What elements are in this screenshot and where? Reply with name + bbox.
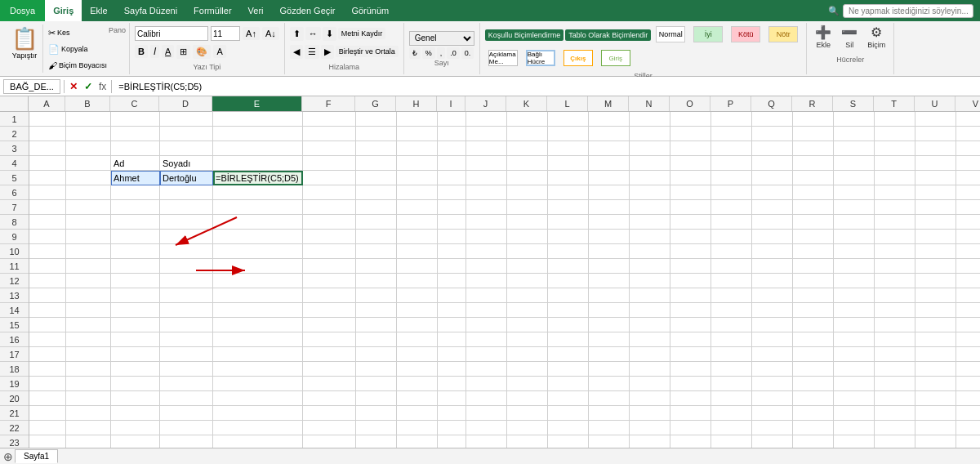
cell-j19[interactable] [466, 377, 507, 391]
cell-b11[interactable] [66, 259, 111, 274]
cell-i12[interactable] [438, 274, 466, 288]
cell-l16[interactable] [548, 332, 589, 347]
cell-o18[interactable] [670, 362, 711, 377]
cell-v14[interactable] [956, 303, 980, 318]
cell-r21[interactable] [793, 406, 834, 421]
cell-g11[interactable] [356, 259, 397, 274]
cell-v10[interactable] [956, 244, 980, 259]
cell-k1[interactable] [507, 112, 548, 127]
cell-s17[interactable] [834, 347, 875, 362]
cell-l18[interactable] [548, 362, 589, 377]
cell-c12[interactable] [111, 274, 160, 288]
cell-m5[interactable] [589, 171, 630, 185]
cell-g2[interactable] [356, 127, 397, 141]
cell-m15[interactable] [589, 318, 630, 332]
tab-veri[interactable]: Veri [240, 0, 272, 21]
cell-s6[interactable] [834, 185, 875, 200]
cell-v7[interactable] [956, 200, 980, 215]
cell-h11[interactable] [397, 259, 438, 274]
cell-d21[interactable] [160, 406, 213, 421]
cell-h8[interactable] [397, 215, 438, 230]
align-bottom-button[interactable]: ⬇ [323, 27, 336, 41]
cell-o21[interactable] [670, 406, 711, 421]
cell-b1[interactable] [66, 112, 111, 127]
kopya-button[interactable]: 📄 Kopyala [47, 43, 109, 56]
cell-c18[interactable] [111, 362, 160, 377]
align-middle-button[interactable]: ↔ [305, 27, 321, 40]
cell-b13[interactable] [66, 288, 111, 303]
cell-p5[interactable] [711, 171, 752, 185]
cell-q8[interactable] [752, 215, 793, 230]
cell-p10[interactable] [711, 244, 752, 259]
cell-j8[interactable] [466, 215, 507, 230]
cell-u14[interactable] [915, 303, 956, 318]
cell-h18[interactable] [397, 362, 438, 377]
cell-d18[interactable] [160, 362, 213, 377]
cell-g9[interactable] [356, 230, 397, 244]
cell-a18[interactable] [29, 362, 66, 377]
cell-r23[interactable] [793, 435, 834, 448]
cell-o23[interactable] [670, 435, 711, 448]
cell-r14[interactable] [793, 303, 834, 318]
cell-m12[interactable] [589, 274, 630, 288]
cell-v18[interactable] [956, 362, 980, 377]
cell-f9[interactable] [303, 230, 356, 244]
cell-g4[interactable] [356, 156, 397, 171]
cell-b16[interactable] [66, 332, 111, 347]
row-num-1[interactable]: 1 [0, 112, 29, 127]
cell-a11[interactable] [29, 259, 66, 274]
cell-d22[interactable] [160, 421, 213, 435]
cell-t23[interactable] [875, 435, 915, 448]
cell-n22[interactable] [630, 421, 670, 435]
cell-t22[interactable] [875, 421, 915, 435]
cell-d14[interactable] [160, 303, 213, 318]
cell-p15[interactable] [711, 318, 752, 332]
cell-g15[interactable] [356, 318, 397, 332]
cell-s18[interactable] [834, 362, 875, 377]
style-cikis[interactable]: Çıkış [560, 48, 596, 69]
cell-t12[interactable] [875, 274, 915, 288]
cell-n13[interactable] [630, 288, 670, 303]
cell-q12[interactable] [752, 274, 793, 288]
cell-j18[interactable] [466, 362, 507, 377]
confirm-formula-button[interactable]: ✓ [82, 81, 94, 92]
cell-c22[interactable] [111, 421, 160, 435]
cell-f13[interactable] [303, 288, 356, 303]
cell-a19[interactable] [29, 377, 66, 391]
cell-h7[interactable] [397, 200, 438, 215]
cell-k5[interactable] [507, 171, 548, 185]
cell-m8[interactable] [589, 215, 630, 230]
cell-o3[interactable] [670, 141, 711, 156]
cell-o4[interactable] [670, 156, 711, 171]
col-header-r[interactable]: R [792, 96, 833, 111]
cell-k19[interactable] [507, 377, 548, 391]
cell-v11[interactable] [956, 259, 980, 274]
cell-g18[interactable] [356, 362, 397, 377]
cell-p23[interactable] [711, 435, 752, 448]
cell-b9[interactable] [66, 230, 111, 244]
cell-e8[interactable] [213, 215, 303, 230]
cell-n15[interactable] [630, 318, 670, 332]
cell-d5[interactable]: Dertoğlu [160, 171, 213, 185]
cell-o16[interactable] [670, 332, 711, 347]
col-header-i[interactable]: I [437, 96, 466, 111]
tab-gorunum[interactable]: Görünüm [343, 0, 397, 21]
cell-b2[interactable] [66, 127, 111, 141]
cell-d17[interactable] [160, 347, 213, 362]
cell-v8[interactable] [956, 215, 980, 230]
cell-c20[interactable] [111, 391, 160, 406]
cell-b5[interactable] [66, 171, 111, 185]
cell-r2[interactable] [793, 127, 834, 141]
cell-t15[interactable] [875, 318, 915, 332]
cell-m17[interactable] [589, 347, 630, 362]
ekle-button[interactable]: ➕ Ekle [812, 25, 835, 51]
row-num-21[interactable]: 21 [0, 406, 29, 421]
cell-o22[interactable] [670, 421, 711, 435]
cell-b7[interactable] [66, 200, 111, 215]
cell-l23[interactable] [548, 435, 589, 448]
cell-f21[interactable] [303, 406, 356, 421]
cell-j13[interactable] [466, 288, 507, 303]
underline-button[interactable]: A [162, 45, 174, 58]
align-top-button[interactable]: ⬆ [290, 27, 304, 41]
cell-q17[interactable] [752, 347, 793, 362]
